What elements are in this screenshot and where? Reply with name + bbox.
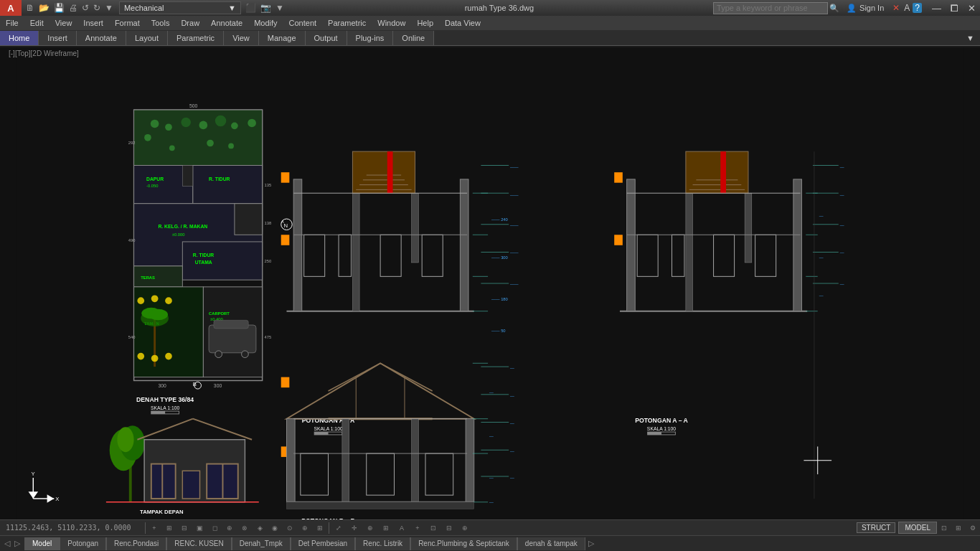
tab-scroll-right[interactable]: ▷ [585, 539, 597, 548]
menu-draw[interactable]: Draw [175, 16, 205, 30]
struct-label[interactable]: STRUCT [857, 522, 896, 533]
svg-text:500: 500 [189, 103, 198, 108]
sign-in-button[interactable]: 👤 Sign In [842, 4, 888, 13]
dyn-button[interactable]: ◉ [268, 522, 282, 534]
menu-content[interactable]: Content [283, 16, 323, 30]
tpmode-button[interactable]: ⊕ [298, 522, 312, 534]
grid-button[interactable]: ⊞ [162, 522, 176, 534]
maximize-button[interactable]: ⧠ [946, 0, 963, 16]
workspace-dropdown[interactable]: Mechanical ▼ [119, 1, 241, 14]
sheet-tab-model[interactable]: Model [24, 537, 60, 550]
layers-button[interactable]: ⊡ [425, 522, 441, 534]
annotate2-button[interactable]: A [394, 522, 410, 534]
menu-help[interactable]: Help [411, 16, 439, 30]
lw-button[interactable]: ⊙ [283, 522, 297, 534]
tab-view[interactable]: View [224, 31, 259, 45]
menu-insert[interactable]: Insert [77, 16, 109, 30]
sheet-tab-renc-listrik[interactable]: Renc. Listrik [355, 537, 410, 550]
menu-annotate[interactable]: Annotate [205, 16, 248, 30]
tab-output[interactable]: Output [306, 31, 347, 45]
tab-parametric[interactable]: Parametric [168, 31, 224, 45]
render-icon[interactable]: ⬛ [244, 2, 258, 14]
tab-prev[interactable]: ◁ [3, 539, 11, 548]
otrack-button[interactable]: ⊗ [237, 522, 252, 534]
svg-rect-84 [281, 172, 290, 183]
tab-plugins[interactable]: Plug-ins [347, 31, 394, 45]
dropdown-icon[interactable]: ▼ [103, 2, 115, 14]
tab-insert[interactable]: Insert [39, 31, 77, 45]
sheet-tab-plumbing[interactable]: Renc.Plumbing & Septictank [410, 537, 517, 550]
osnap-button[interactable]: ⊕ [222, 522, 237, 534]
svg-text:——: —— [510, 193, 519, 197]
svg-rect-172 [286, 419, 295, 502]
search-icon[interactable]: 🔍 [829, 4, 839, 13]
menu-edit[interactable]: Edit [24, 16, 50, 30]
menu-window[interactable]: Window [372, 16, 411, 30]
vp1-button[interactable]: ⊡ [937, 522, 951, 534]
tab-next[interactable]: ▷ [13, 539, 22, 548]
sheet-tab-denah-tampak[interactable]: denah & tampak [517, 537, 585, 550]
tab-manage[interactable]: Manage [259, 31, 306, 45]
undo-icon[interactable]: ↺ [80, 2, 90, 14]
help-icon[interactable]: ? [913, 3, 922, 13]
menu-modify[interactable]: Modify [248, 16, 283, 30]
menu-format[interactable]: Format [109, 16, 146, 30]
menu-parametric[interactable]: Parametric [322, 16, 372, 30]
move-button[interactable]: ⤢ [331, 522, 347, 534]
svg-rect-87 [293, 179, 302, 311]
svg-rect-110 [314, 432, 328, 435]
canvas-area[interactable]: DAPUR -0.050 R. TIDUR R. KELG. / R. MAKA… [0, 47, 980, 519]
app-icon[interactable]: A [0, 0, 22, 16]
save-icon[interactable]: 💾 [52, 2, 66, 14]
tab-layout[interactable]: Layout [126, 31, 168, 45]
search-input[interactable] [713, 2, 828, 14]
sheet-tab-renc-kusen[interactable]: RENC. KUSEN [166, 537, 231, 550]
menu-view[interactable]: View [50, 16, 78, 30]
qp-button[interactable]: ⊞ [313, 522, 327, 534]
close-button[interactable]: ✕ [963, 0, 980, 16]
sheet-tab-denah-tmpk[interactable]: Denah_Tmpk [232, 537, 291, 550]
svg-point-5 [181, 118, 191, 128]
ui-button[interactable]: ⊟ [441, 522, 457, 534]
menu-file[interactable]: File [0, 16, 24, 30]
crosshair-button[interactable]: ✛ [347, 522, 362, 534]
measure-button[interactable]: ⊕ [362, 522, 378, 534]
ortho-button[interactable]: ▣ [192, 522, 207, 534]
plus-button[interactable]: + [410, 522, 425, 534]
tab-online[interactable]: Online [393, 31, 434, 45]
menu-tools[interactable]: Tools [146, 16, 176, 30]
snap2-button[interactable]: ⊟ [177, 522, 192, 534]
autodesk-icon[interactable]: A [903, 2, 911, 14]
model-button[interactable]: MODEL [898, 522, 937, 534]
redo-icon[interactable]: ↻ [92, 2, 102, 14]
ducs-button[interactable]: ◈ [253, 522, 267, 534]
svg-text:—: — [489, 434, 494, 438]
dropdown2-icon[interactable]: ▼ [274, 2, 286, 14]
x-icon[interactable]: ✕ [891, 2, 901, 14]
svg-text:——: —— [510, 250, 519, 255]
tab-home[interactable]: Home [0, 31, 39, 45]
new-icon[interactable]: 🗎 [24, 2, 36, 14]
minimize-button[interactable]: — [928, 0, 946, 16]
ribbon-extra[interactable]: ▼ [961, 31, 980, 45]
ribbon-tabs: Home Insert Annotate Layout Parametric V… [0, 30, 980, 46]
plot-icon[interactable]: 🖨 [67, 2, 79, 14]
tab-annotate[interactable]: Annotate [77, 31, 126, 45]
snap-button[interactable]: + [147, 522, 161, 534]
vp2-button[interactable]: ⊞ [951, 522, 966, 534]
polar-button[interactable]: ◻ [207, 522, 222, 534]
camera-icon[interactable]: 📷 [259, 2, 273, 14]
svg-text:-0.050: -0.050 [146, 184, 158, 188]
scale-button[interactable]: ⊞ [378, 522, 394, 534]
menu-dataview[interactable]: Data View [439, 16, 486, 30]
sheet-tab-det-pembesian[interactable]: Det Pembesian [291, 537, 355, 550]
svg-point-37 [151, 295, 159, 302]
open-icon[interactable]: 📂 [37, 2, 51, 14]
svg-text:138: 138 [265, 221, 272, 225]
svg-text:300: 300 [214, 383, 222, 388]
svg-text:SKALA 1:100: SKALA 1:100 [314, 426, 342, 431]
sheet-tab-renc-pondasi[interactable]: Renc.Pondasi [106, 537, 166, 550]
settings-button[interactable]: ⚙ [966, 522, 980, 534]
props-button[interactable]: ⊕ [457, 522, 473, 534]
sheet-tab-potongan[interactable]: Potongan [60, 537, 106, 550]
